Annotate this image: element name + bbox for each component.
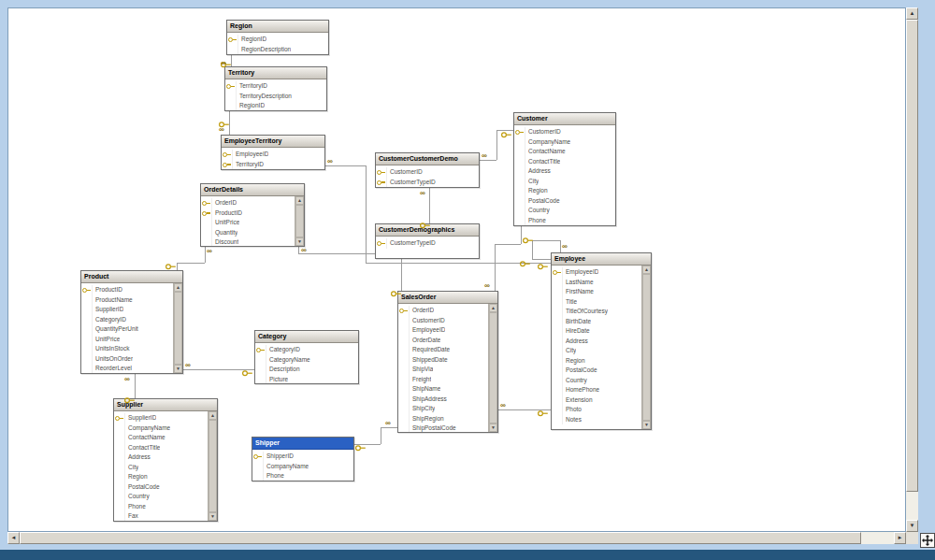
table-employee[interactable]: EmployeeEmployeeIDLastNameFirstNameTitle… [551, 252, 652, 430]
field-row[interactable]: CompanyName [114, 424, 208, 434]
field-row[interactable]: EmployeeID [552, 267, 641, 278]
relationship-segment[interactable] [231, 55, 232, 66]
table-region[interactable]: RegionRegionIDRegionDescription [226, 20, 329, 55]
table-scrollbar[interactable]: ▲▼ [173, 283, 182, 373]
field-row[interactable]: TerritoryID [222, 160, 324, 170]
table-territory[interactable]: TerritoryTerritoryIDTerritoryDescription… [224, 66, 327, 111]
field-row[interactable]: City [552, 346, 641, 356]
field-row[interactable]: CategoryName [255, 355, 358, 366]
table-title[interactable]: Category [255, 331, 358, 343]
relationship-segment[interactable] [135, 374, 136, 398]
field-row[interactable]: RegionID [227, 35, 328, 45]
relationship-segment[interactable] [229, 111, 230, 135]
relationship-segment[interactable] [521, 226, 522, 244]
scroll-right-button[interactable]: ► [894, 532, 906, 544]
table-scroll-thumb[interactable] [489, 312, 497, 424]
table-scroll-up-button[interactable]: ▲ [489, 304, 497, 312]
field-row[interactable]: Picture [255, 375, 358, 384]
field-row[interactable]: PostalCode [552, 366, 641, 376]
table-employeeterritory[interactable]: EmployeeTerritoryEmployeeIDTerritoryID [221, 135, 325, 170]
table-product[interactable]: ProductProductIDProductNameSupplierIDCat… [80, 270, 183, 374]
field-row[interactable]: ContactTitle [514, 157, 615, 167]
relationship-segment[interactable] [205, 247, 206, 263]
table-scroll-down-button[interactable]: ▼ [174, 365, 182, 373]
field-row[interactable]: BirthDate [552, 317, 641, 327]
table-title[interactable]: SalesOrder [398, 292, 497, 304]
field-row[interactable]: ShipperID [252, 452, 353, 462]
field-row[interactable]: CompanyName [514, 137, 615, 148]
table-scroll-thumb[interactable] [174, 292, 182, 365]
table-title[interactable]: Territory [225, 67, 326, 79]
pan-button[interactable] [920, 533, 935, 548]
field-row[interactable]: ContactName [514, 147, 615, 157]
relationship-segment[interactable] [532, 240, 560, 241]
field-row[interactable]: HomePhone [552, 385, 641, 395]
table-scroll-up-button[interactable]: ▲ [295, 196, 304, 205]
table-title[interactable]: Shipper [252, 438, 353, 450]
table-category[interactable]: CategoryCategoryIDCategoryNameDescriptio… [254, 330, 359, 384]
vertical-scrollbar[interactable]: ▲ ▼ [906, 7, 918, 532]
vertical-scroll-thumb[interactable] [906, 20, 918, 492]
field-row[interactable]: SupplierID [114, 413, 208, 424]
field-row[interactable]: ShippedDate [398, 355, 488, 366]
field-row[interactable]: Phone [514, 216, 615, 226]
field-row[interactable]: ShipCity [398, 404, 488, 414]
field-row[interactable]: UnitsInStock [81, 344, 173, 354]
relationship-segment[interactable] [366, 165, 367, 263]
field-row[interactable]: UnitsOnOrder [81, 354, 173, 365]
field-row[interactable]: CustomerID [376, 167, 479, 178]
field-row[interactable]: Country [514, 206, 615, 216]
relationship-segment[interactable] [177, 263, 205, 264]
relationship-segment[interactable] [381, 427, 381, 444]
table-scroll-up-button[interactable]: ▲ [174, 283, 182, 292]
table-customercustomerdemo[interactable]: CustomerCustomerDemoCustomerIDCustomerTy… [375, 152, 480, 188]
field-row[interactable]: ReorderLevel [81, 364, 173, 373]
relationship-segment[interactable] [298, 247, 299, 253]
field-row[interactable]: Region [552, 356, 641, 366]
field-row[interactable]: UnitPrice [81, 335, 173, 345]
field-row[interactable]: RequiredDate [398, 345, 488, 355]
field-row[interactable]: Fax [114, 511, 208, 521]
relationship-segment[interactable] [480, 160, 496, 161]
field-row[interactable]: TerritoryDescription [225, 92, 326, 102]
field-row[interactable]: Discount [201, 237, 295, 246]
table-scrollbar[interactable]: ▲▼ [641, 266, 651, 429]
field-row[interactable]: Notes [552, 415, 641, 425]
relationship-segment[interactable] [325, 165, 366, 166]
table-scroll-thumb[interactable] [642, 274, 651, 421]
field-row[interactable]: RegionID [225, 101, 326, 110]
field-row[interactable]: Phone [252, 471, 353, 481]
field-row[interactable]: TitleOfCourtesy [552, 307, 641, 317]
relationship-segment[interactable] [560, 240, 561, 252]
field-row[interactable]: Region [114, 472, 208, 482]
field-row[interactable]: Phone [114, 502, 208, 512]
table-scroll-thumb[interactable] [209, 420, 217, 512]
table-scroll-down-button[interactable]: ▼ [642, 421, 651, 429]
table-scrollbar[interactable]: ▲▼ [208, 411, 217, 521]
table-scrollbar[interactable]: ▲▼ [295, 196, 304, 246]
field-row[interactable]: HireDate [552, 326, 641, 337]
table-scroll-down-button[interactable]: ▼ [295, 237, 304, 246]
table-supplier[interactable]: SupplierSupplierIDCompanyNameContactName… [113, 398, 218, 522]
field-row[interactable]: EmployeeID [398, 325, 488, 336]
field-row[interactable]: LastName [552, 278, 641, 288]
field-row[interactable]: ProductID [81, 285, 173, 295]
field-row[interactable]: EmployeeID [222, 150, 324, 160]
field-row[interactable]: CustomerTypeID [376, 238, 479, 249]
table-scroll-down-button[interactable]: ▼ [489, 424, 497, 432]
field-row[interactable]: CategoryID [81, 315, 173, 325]
table-title[interactable]: EmployeeTerritory [222, 136, 324, 148]
field-row[interactable]: ProductName [81, 295, 173, 306]
field-row[interactable]: TerritoryID [225, 81, 326, 92]
table-shipper[interactable]: ShipperShipperIDCompanyNamePhone [252, 437, 354, 481]
field-row[interactable]: Title [552, 297, 641, 308]
field-row[interactable]: Quantity [201, 228, 295, 238]
relationship-segment[interactable] [401, 253, 402, 291]
relationship-segment[interactable] [495, 244, 521, 245]
field-row[interactable]: CustomerID [398, 316, 488, 326]
relationship-segment[interactable] [177, 263, 178, 270]
field-row[interactable]: ShipRegion [398, 414, 488, 424]
scroll-down-button[interactable]: ▼ [906, 520, 918, 532]
field-row[interactable]: Address [552, 337, 641, 347]
table-title[interactable]: Product [81, 271, 182, 283]
